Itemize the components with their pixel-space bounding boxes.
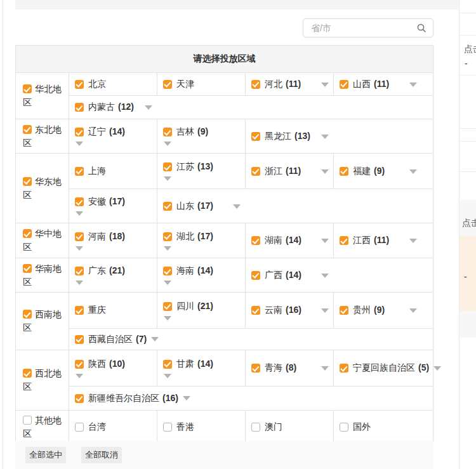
- region-cell[interactable]: 其他地区: [16, 411, 69, 444]
- checkbox-checked-icon[interactable]: [340, 306, 348, 315]
- checkbox-checked-icon[interactable]: [23, 84, 32, 93]
- province-cell[interactable]: 山东(17): [157, 189, 433, 223]
- checkbox-checked-icon[interactable]: [75, 360, 84, 369]
- checkbox-checked-icon[interactable]: [23, 177, 32, 186]
- province-cell[interactable]: 内蒙古(12): [69, 96, 433, 119]
- search-input[interactable]: [303, 23, 416, 33]
- checkbox-checked-icon[interactable]: [163, 202, 172, 211]
- province-cell[interactable]: 香港: [157, 411, 246, 444]
- checkbox-checked-icon[interactable]: [75, 232, 84, 241]
- checkbox-checked-icon[interactable]: [251, 271, 260, 280]
- checkbox-checked-icon[interactable]: [23, 310, 32, 319]
- checkbox-checked-icon[interactable]: [23, 264, 32, 273]
- province-cell[interactable]: 广东(21): [69, 258, 157, 292]
- checkbox-checked-icon[interactable]: [340, 236, 348, 245]
- chevron-down-icon[interactable]: [433, 366, 441, 371]
- checkbox-checked-icon[interactable]: [75, 394, 84, 403]
- region-cell[interactable]: 华南地区: [16, 258, 69, 292]
- province-cell[interactable]: 山西(11): [334, 73, 433, 95]
- chevron-down-icon[interactable]: [409, 83, 417, 87]
- province-cell[interactable]: 台湾: [69, 411, 157, 444]
- checkbox-checked-icon[interactable]: [340, 364, 348, 373]
- chevron-down-icon[interactable]: [321, 274, 329, 278]
- region-cell[interactable]: 华北地区: [16, 73, 69, 119]
- chevron-down-icon[interactable]: [76, 211, 83, 216]
- province-cell[interactable]: 宁夏回族自治区(5): [334, 350, 433, 386]
- checkbox-unchecked-icon[interactable]: [340, 423, 348, 432]
- chevron-down-icon[interactable]: [76, 142, 83, 146]
- checkbox-checked-icon[interactable]: [23, 369, 32, 378]
- chevron-down-icon[interactable]: [321, 169, 329, 174]
- checkbox-checked-icon[interactable]: [75, 128, 84, 136]
- checkbox-checked-icon[interactable]: [251, 306, 260, 315]
- region-cell[interactable]: 华东地区: [16, 154, 69, 223]
- checkbox-checked-icon[interactable]: [163, 162, 172, 171]
- checkbox-checked-icon[interactable]: [340, 80, 348, 89]
- province-cell[interactable]: 云南(16): [246, 293, 334, 328]
- province-cell[interactable]: 福建(9): [334, 154, 433, 188]
- checkbox-checked-icon[interactable]: [75, 306, 84, 315]
- province-cell[interactable]: 河北(11): [246, 73, 334, 95]
- province-cell[interactable]: 新疆维吾尔自治区(16): [69, 386, 433, 410]
- search-icon[interactable]: [416, 23, 426, 33]
- chevron-down-icon[interactable]: [164, 374, 171, 378]
- checkbox-checked-icon[interactable]: [251, 236, 260, 245]
- checkbox-checked-icon[interactable]: [23, 125, 32, 134]
- checkbox-checked-icon[interactable]: [163, 80, 172, 89]
- chevron-down-icon[interactable]: [76, 246, 83, 251]
- checkbox-checked-icon[interactable]: [75, 103, 84, 112]
- chevron-down-icon[interactable]: [164, 246, 171, 251]
- chevron-down-icon[interactable]: [409, 169, 417, 174]
- province-cell[interactable]: 甘肃(14): [157, 350, 246, 386]
- province-cell[interactable]: 浙江(11): [246, 154, 334, 188]
- chevron-down-icon[interactable]: [233, 204, 241, 209]
- checkbox-checked-icon[interactable]: [75, 197, 84, 206]
- province-cell[interactable]: 西藏自治区(7): [69, 329, 433, 350]
- checkbox-unchecked-icon[interactable]: [75, 423, 84, 432]
- region-cell[interactable]: 西北地区: [16, 350, 69, 410]
- province-cell[interactable]: 河南(18): [69, 223, 157, 258]
- province-cell[interactable]: 海南(14): [157, 258, 246, 292]
- cancel-all-button[interactable]: 全部取消: [81, 447, 122, 463]
- province-cell[interactable]: 湖南(14): [246, 223, 334, 258]
- chevron-down-icon[interactable]: [321, 366, 329, 371]
- region-cell[interactable]: 东北地区: [16, 119, 69, 153]
- chevron-down-icon[interactable]: [321, 308, 329, 313]
- chevron-down-icon[interactable]: [164, 316, 171, 320]
- province-cell[interactable]: 国外: [334, 411, 433, 444]
- chevron-down-icon[interactable]: [164, 176, 171, 181]
- checkbox-checked-icon[interactable]: [251, 132, 260, 141]
- province-cell[interactable]: 天津: [157, 73, 246, 95]
- checkbox-checked-icon[interactable]: [163, 128, 172, 136]
- province-cell[interactable]: 辽宁(14): [69, 119, 157, 153]
- region-cell[interactable]: 西南地区: [16, 293, 69, 350]
- checkbox-checked-icon[interactable]: [23, 229, 32, 238]
- chevron-down-icon[interactable]: [409, 239, 417, 243]
- checkbox-checked-icon[interactable]: [75, 80, 84, 89]
- checkbox-checked-icon[interactable]: [163, 267, 172, 275]
- region-cell[interactable]: 华中地区: [16, 223, 69, 258]
- checkbox-unchecked-icon[interactable]: [251, 423, 260, 432]
- province-cell[interactable]: 黑龙江(13): [246, 119, 433, 153]
- checkbox-checked-icon[interactable]: [75, 335, 84, 344]
- chevron-down-icon[interactable]: [321, 239, 329, 243]
- chevron-down-icon[interactable]: [321, 135, 329, 139]
- checkbox-unchecked-icon[interactable]: [23, 416, 32, 425]
- checkbox-checked-icon[interactable]: [75, 167, 84, 176]
- chevron-down-icon[interactable]: [151, 337, 159, 341]
- province-cell[interactable]: 重庆: [69, 293, 157, 328]
- province-cell[interactable]: 北京: [69, 73, 157, 95]
- province-cell[interactable]: 贵州(9): [334, 293, 433, 328]
- chevron-down-icon[interactable]: [76, 281, 83, 285]
- province-cell[interactable]: 广西(14): [246, 258, 433, 292]
- chevron-down-icon[interactable]: [183, 396, 190, 400]
- chevron-down-icon[interactable]: [164, 142, 171, 146]
- province-cell[interactable]: 澳门: [246, 411, 334, 444]
- checkbox-checked-icon[interactable]: [340, 167, 348, 176]
- chevron-down-icon[interactable]: [145, 105, 152, 110]
- province-cell[interactable]: 吉林(9): [157, 119, 246, 153]
- checkbox-checked-icon[interactable]: [75, 267, 84, 275]
- province-cell[interactable]: 青海(8): [246, 350, 334, 386]
- chevron-down-icon[interactable]: [409, 308, 417, 313]
- checkbox-checked-icon[interactable]: [251, 80, 260, 89]
